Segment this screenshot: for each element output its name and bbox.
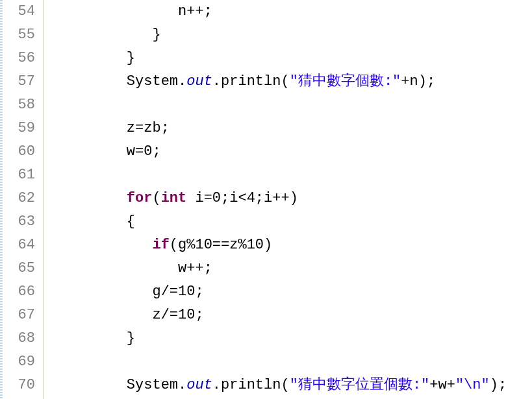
line-number: 60 <box>0 140 38 163</box>
line-number: 67 <box>0 304 38 327</box>
code-line[interactable]: for(int i=0;i<4;i++) <box>49 187 532 210</box>
code-line[interactable]: } <box>49 47 532 70</box>
code-editor[interactable]: n++; } } System.out.println("猜中數字個數:"+n)… <box>44 0 532 399</box>
line-number: 61 <box>0 163 38 187</box>
code-line[interactable]: } <box>49 327 532 350</box>
line-number: 68 <box>0 327 38 350</box>
code-line[interactable]: z/=10; <box>49 304 532 327</box>
line-number: 63 <box>0 210 38 234</box>
code-line[interactable]: w++; <box>49 257 532 280</box>
line-number: 69 <box>0 350 38 374</box>
line-number: 65 <box>0 257 38 280</box>
line-number: 57 <box>0 70 38 93</box>
line-number: 64 <box>0 234 38 257</box>
line-number: 70 <box>0 374 38 397</box>
line-number: 62 <box>0 187 38 210</box>
code-line[interactable]: } <box>49 23 532 47</box>
code-line[interactable]: System.out.println("猜中數字個數:"+n); <box>49 70 532 93</box>
line-number: 59 <box>0 117 38 140</box>
code-line[interactable]: z=zb; <box>49 117 532 140</box>
code-line[interactable] <box>49 350 532 374</box>
line-number: 56 <box>0 47 38 70</box>
line-number: 66 <box>0 280 38 304</box>
code-line[interactable]: w=0; <box>49 140 532 163</box>
code-line[interactable]: g/=10; <box>49 280 532 304</box>
code-line[interactable]: System.out.println("猜中數字位置個數:"+w+"\n"); <box>49 374 532 397</box>
line-number-gutter: 54 55 56 57 58 59 60 61 62 63 64 65 66 6… <box>0 0 44 399</box>
code-line[interactable] <box>49 93 532 117</box>
code-line[interactable]: if(g%10==z%10) <box>49 234 532 257</box>
code-line[interactable]: n++; <box>49 0 532 23</box>
code-line[interactable] <box>49 163 532 187</box>
line-number: 58 <box>0 93 38 117</box>
code-line[interactable]: { <box>49 210 532 234</box>
line-number: 55 <box>0 23 38 47</box>
line-number: 54 <box>0 0 38 23</box>
